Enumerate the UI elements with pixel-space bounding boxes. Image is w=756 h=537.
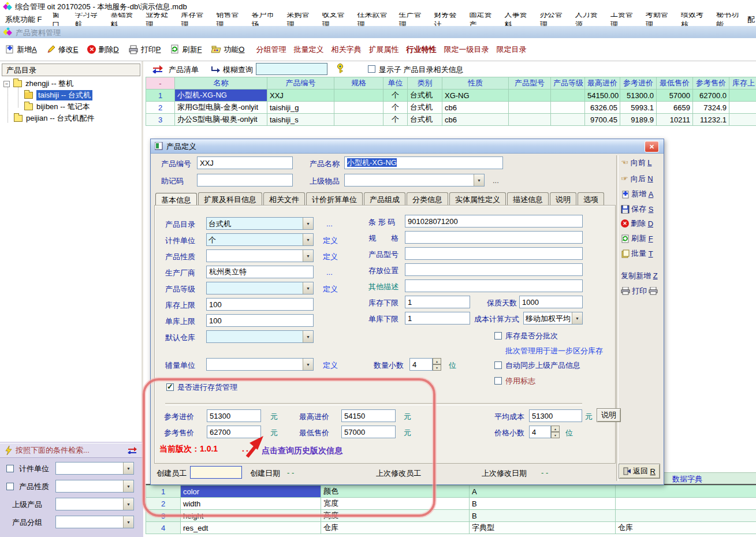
cost-method-combo[interactable]: 移动加权平均▼ xyxy=(523,312,583,325)
print-button[interactable]: 打印P xyxy=(128,44,161,55)
parent-filter-combo[interactable]: ▼ xyxy=(55,498,134,510)
nature-combo[interactable]: ▼ xyxy=(206,249,314,262)
dict-row-1[interactable]: 1 color 颜色 A xyxy=(146,486,756,498)
avg-cost-input[interactable] xyxy=(529,409,582,422)
explain-button[interactable]: 说明 xyxy=(597,408,621,422)
col-code[interactable]: 产品编号 xyxy=(267,77,334,90)
combo-arrow-icon[interactable]: ▼ xyxy=(123,480,133,492)
location-input[interactable] xyxy=(405,263,583,276)
ref-in-input[interactable] xyxy=(207,409,261,422)
swap-icon[interactable] xyxy=(127,447,137,454)
menu-item-customer[interactable]: 客户市场 xyxy=(246,13,281,27)
grade-define-link[interactable]: 定义 xyxy=(323,284,338,294)
menu-item-payments[interactable]: 收支管理 xyxy=(317,13,352,27)
combo-arrow-icon[interactable]: ▼ xyxy=(123,463,133,474)
menu-item-business[interactable]: 业务处理 xyxy=(140,13,176,27)
combo-arrow-icon[interactable]: ▼ xyxy=(303,282,313,294)
unit-combo[interactable]: 个▼ xyxy=(206,233,314,246)
ref-out-input[interactable] xyxy=(207,426,261,438)
single-lower-input[interactable] xyxy=(405,312,470,325)
spinner-down-icon[interactable]: ▼ xyxy=(551,432,560,438)
price-decimal-input[interactable] xyxy=(529,426,551,438)
menu-item-secretary[interactable]: 秘书功能 xyxy=(711,13,746,27)
col-name[interactable]: 名称 xyxy=(175,77,267,90)
col-stock[interactable]: 库存上 xyxy=(729,77,756,90)
col-refout[interactable]: 参考售价 xyxy=(693,77,729,90)
spinner-down-icon[interactable]: ▼ xyxy=(433,364,441,371)
extend-attr-link[interactable]: 扩展属性 xyxy=(368,44,399,55)
limit-dir-link[interactable]: 限定目录 xyxy=(496,44,526,55)
menu-item-purchase[interactable]: 采购管理 xyxy=(281,13,316,27)
menu-item-window[interactable]: 窗口 xyxy=(47,13,70,27)
fuzzy-search-input[interactable] xyxy=(256,63,327,75)
product-name-input[interactable]: 小型机-XG-NG xyxy=(344,156,503,169)
qty-decimal-stepper[interactable]: ▲▼ xyxy=(433,358,441,371)
col-dash[interactable]: - xyxy=(146,77,175,90)
menu-item-truncated[interactable]: 配 xyxy=(746,14,756,25)
qty-decimal-input[interactable] xyxy=(409,358,433,371)
max-in-input[interactable] xyxy=(341,409,396,422)
menu-item-production[interactable]: 生产管理 xyxy=(393,13,429,27)
combo-arrow-icon[interactable]: ▼ xyxy=(474,174,484,186)
menu-item-office[interactable]: 办公管理 xyxy=(535,13,570,27)
aux-unit-combo[interactable]: ▼ xyxy=(206,358,314,371)
dict-row-4[interactable]: 4 res_edt 仓库 字典型 仓库 xyxy=(146,522,756,534)
product-code-input[interactable] xyxy=(197,156,293,169)
dialog-title-bar[interactable]: 产品定义 ✕ xyxy=(151,139,664,154)
col-refin[interactable]: 参考进价 xyxy=(620,77,657,90)
close-icon[interactable]: ✕ xyxy=(645,141,659,152)
menu-item-hr-data[interactable]: 人事资料 xyxy=(500,13,535,27)
next-button[interactable]: ☞ 向后 N xyxy=(621,174,653,184)
limit-first-dir-link[interactable]: 限定一级目录 xyxy=(444,44,489,55)
col-unit[interactable]: 单位 xyxy=(383,77,408,90)
menu-item-inventory[interactable]: 库存管理 xyxy=(176,13,211,27)
col-cat[interactable]: 类别 xyxy=(408,77,442,90)
menu-item-finance[interactable]: 财务会计 xyxy=(429,13,464,27)
version-dots-link[interactable]: ... xyxy=(242,444,254,453)
version-hint[interactable]: 点击查询历史版次信息 xyxy=(262,446,342,456)
col-model[interactable]: 产品型号 xyxy=(509,77,551,90)
combo-arrow-icon[interactable]: ▼ xyxy=(303,359,313,370)
menu-item-system[interactable]: 系统功能 F xyxy=(0,14,47,25)
nature-define-link[interactable]: 定义 xyxy=(323,252,338,262)
parent-more-link[interactable]: ... xyxy=(493,176,499,185)
spinner-up-icon[interactable]: ▲ xyxy=(551,426,560,432)
col-nature[interactable]: 性质 xyxy=(442,77,509,90)
tree-item-zhengji[interactable]: − zhengji -- 整机 xyxy=(3,79,73,89)
sync-checkbox[interactable] xyxy=(494,361,502,369)
grade-combo[interactable]: ▼ xyxy=(206,282,314,294)
min-out-input[interactable] xyxy=(341,426,396,438)
function-button[interactable]: 功能O xyxy=(211,44,244,55)
menu-item-base[interactable]: 基础资料 xyxy=(105,13,140,27)
stock-upper-input[interactable] xyxy=(206,298,314,311)
new-button[interactable]: 新增A xyxy=(5,44,37,55)
related-dict-link[interactable]: 相关字典 xyxy=(331,44,361,55)
product-row-1[interactable]: 1 小型机-XG-NG XXJ 个 台式机 XG-NG 54150.00 513… xyxy=(146,90,756,102)
product-row-3[interactable]: 3 办公S型电脑-银奥-onlyit taishiji_s 个 台式机 cb6 … xyxy=(146,114,756,126)
menu-item-accounts[interactable]: 往来款管理 xyxy=(352,13,394,27)
menu-item-hr[interactable]: 人力资源 xyxy=(570,13,605,27)
combo-arrow-icon[interactable]: ▼ xyxy=(303,218,313,229)
combo-arrow-icon[interactable]: ▼ xyxy=(123,516,133,528)
menu-item-attendance[interactable]: 考勤管理 xyxy=(640,13,676,27)
expand-toggle-icon[interactable]: − xyxy=(3,81,10,87)
swap-icon[interactable] xyxy=(152,65,163,73)
batch-button[interactable]: 批量 T xyxy=(621,248,653,259)
spinner-up-icon[interactable]: ▲ xyxy=(433,358,441,364)
unit-define-link[interactable]: 定义 xyxy=(323,236,338,246)
warehouse-combo[interactable]: ▼ xyxy=(206,330,314,343)
combo-arrow-icon[interactable]: ▼ xyxy=(303,234,313,245)
tree-item-bijiben[interactable]: bijiben -- 笔记本 xyxy=(24,102,90,112)
parent-item-combo[interactable]: ▼ xyxy=(344,174,485,187)
menu-item-learn[interactable]: 学习导航 xyxy=(70,13,105,27)
menu-item-assets[interactable]: 固定资产 xyxy=(464,13,500,27)
combo-arrow-icon[interactable]: ▼ xyxy=(303,250,313,262)
nature-filter-checkbox[interactable] xyxy=(6,483,14,490)
maker-more-link[interactable]: ... xyxy=(326,268,333,277)
stock-lower-input[interactable] xyxy=(405,296,470,308)
creator-input[interactable] xyxy=(190,466,242,479)
key-icon[interactable] xyxy=(336,63,345,74)
product-list-label[interactable]: 产品清单 xyxy=(169,65,199,75)
model-input[interactable] xyxy=(405,247,583,260)
product-row-2[interactable]: 2 家用G型电脑-金奥-onlyit taishiji_g 个 台式机 cb6 … xyxy=(146,102,756,114)
